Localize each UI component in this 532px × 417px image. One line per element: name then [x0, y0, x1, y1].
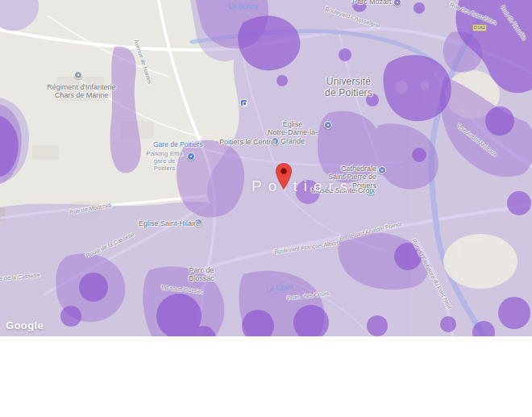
road-badge-d162: D162 — [472, 24, 487, 31]
map-label-regiment: Régiment d'Infanterie Chars de Marine — [44, 83, 118, 100]
map-label-parc-blossac: Parc de Blossac — [184, 266, 219, 283]
transit-station-icon[interactable] — [240, 99, 247, 106]
map-label-universite: Université de Poitiers — [310, 77, 387, 99]
map-label-poitiers-centre: Poitiers le Centre — [219, 138, 275, 146]
sensorly-coverage-app: Université de Poitiers Régiment d'Infant… — [0, 0, 532, 417]
poi-pin-regiment[interactable] — [74, 71, 82, 79]
coverage-map[interactable]: Université de Poitiers Régiment d'Infant… — [0, 0, 532, 336]
poi-pin-parking[interactable] — [187, 152, 195, 161]
coverage-info-panel: – FERMER Information sur la couverture P… — [0, 336, 532, 417]
google-logo: Google — [6, 319, 44, 332]
map-label-gare: Gare de Poitiers — [153, 141, 202, 149]
map-label-la-boivre: La Boivre — [228, 2, 259, 10]
map-label-parc-mozart: Parc Mozart — [352, 0, 392, 6]
map-label-parking: Parking Effia gare de Poitiers — [143, 150, 185, 173]
map-label-st-hilaire: Église Saint-Hilaire — [139, 219, 200, 227]
map-label-city: Poitiers — [251, 177, 354, 195]
poi-pin-cathedrale[interactable] — [378, 166, 386, 174]
